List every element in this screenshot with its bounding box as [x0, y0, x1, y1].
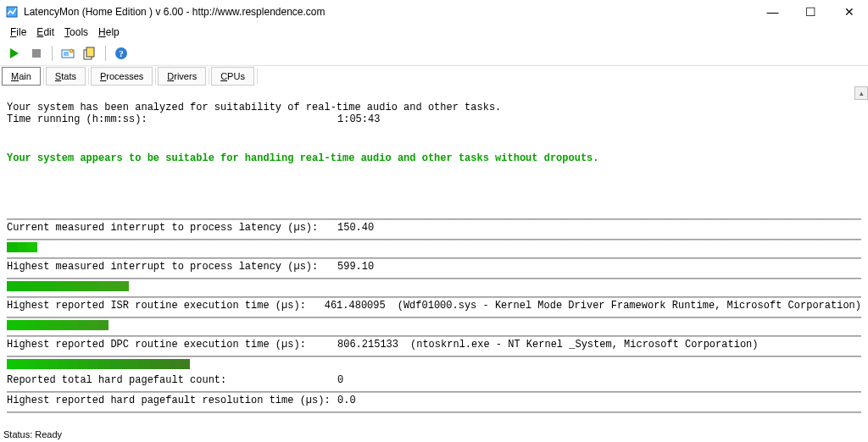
metric-bar [7, 320, 861, 330]
pagefault-time-label: Highest reported hard pagefault resoluti… [7, 395, 337, 406]
play-icon[interactable] [5, 44, 24, 63]
divider [7, 317, 861, 318]
screenshot-icon[interactable] [58, 44, 77, 63]
metric-row: Highest reported DPC routine execution t… [7, 339, 861, 351]
pagefault-time-value: 0.0 [337, 395, 356, 406]
toolbar: ? [0, 41, 868, 66]
copy-icon[interactable] [81, 44, 99, 63]
divider [7, 391, 861, 393]
pagefault-count-row: Reported total hard pagefault count: 0 [7, 374, 861, 386]
svg-rect-4 [64, 52, 69, 56]
time-running-value: 1:05:43 [337, 113, 380, 125]
close-button[interactable]: ✕ [830, 0, 868, 24]
tab-bar: Main Stats Processes Drivers CPUs [0, 66, 868, 86]
divider [7, 356, 861, 357]
status-text: Status: Ready [3, 429, 62, 439]
menu-help[interactable]: Help [93, 26, 125, 38]
menu-edit[interactable]: Edit [31, 26, 59, 38]
divider [7, 278, 861, 279]
menu-tools[interactable]: Tools [59, 26, 93, 38]
maximize-button[interactable]: ☐ [792, 0, 830, 24]
toolbar-separator [105, 46, 106, 61]
divider [7, 218, 861, 220]
window-title: LatencyMon (Home Edition ) v 6.00 - http… [24, 6, 754, 18]
pagefault-time-row: Highest reported hard pagefault resoluti… [7, 395, 861, 406]
report-panel: ▴ Your system has been analyzed for suit… [0, 86, 868, 427]
pagefault-count-label: Reported total hard pagefault count: [7, 374, 337, 386]
svg-rect-2 [32, 49, 41, 58]
metric-source: (Wdf01000.sys - Kernel Mode Driver Frame… [398, 300, 861, 312]
app-icon [5, 5, 19, 19]
tab-processes[interactable]: Processes [91, 67, 153, 86]
metric-label: Highest reported ISR routine execution t… [7, 300, 325, 312]
metric-value: 150.40 [337, 222, 374, 234]
metric-row: Highest reported ISR routine execution t… [7, 300, 861, 312]
scroll-up-button[interactable]: ▴ [854, 86, 868, 100]
tab-cpus[interactable]: CPUs [211, 67, 254, 86]
divider [7, 257, 861, 259]
report-headline: Your system has been analyzed for suitab… [7, 102, 861, 113]
svg-point-5 [70, 49, 73, 52]
time-running-label: Time running (h:mm:ss): [7, 113, 337, 125]
status-bar: Status: Ready [0, 427, 868, 442]
metric-label: Current measured interrupt to process la… [7, 222, 337, 234]
divider [7, 296, 861, 298]
metric-label: Highest measured interrupt to process la… [7, 261, 337, 273]
metric-bar [7, 281, 861, 291]
svg-rect-7 [86, 47, 94, 57]
metric-label: Highest reported DPC routine execution t… [7, 339, 337, 351]
menu-file[interactable]: File [5, 26, 31, 38]
metric-row: Current measured interrupt to process la… [7, 222, 861, 234]
toolbar-separator [52, 46, 53, 61]
svg-marker-1 [10, 48, 19, 58]
metric-source: (ntoskrnl.exe - NT Kernel _System, Micro… [410, 339, 758, 351]
pagefault-count-value: 0 [337, 374, 343, 386]
title-bar: LatencyMon (Home Edition ) v 6.00 - http… [0, 0, 868, 24]
divider [7, 239, 861, 240]
stop-icon[interactable] [27, 44, 46, 63]
metric-value: 806.215133 [337, 339, 398, 351]
minimize-button[interactable]: — [754, 0, 792, 24]
metric-row: Highest measured interrupt to process la… [7, 261, 861, 273]
menu-bar: File Edit Tools Help [0, 24, 868, 41]
metric-bar [7, 359, 861, 369]
metric-bar [7, 242, 861, 252]
metric-value: 461.480095 [325, 300, 386, 312]
tab-stats[interactable]: Stats [46, 67, 86, 86]
tab-main[interactable]: Main [2, 67, 41, 86]
help-icon[interactable]: ? [112, 44, 131, 63]
metric-value: 599.10 [337, 261, 374, 273]
time-running-row: Time running (h:mm:ss): 1:05:43 [7, 113, 861, 125]
verdict-text: Your system appears to be suitable for h… [7, 152, 861, 164]
svg-text:?: ? [119, 48, 124, 58]
divider [7, 412, 861, 413]
tab-drivers[interactable]: Drivers [158, 67, 206, 86]
divider [7, 335, 861, 337]
